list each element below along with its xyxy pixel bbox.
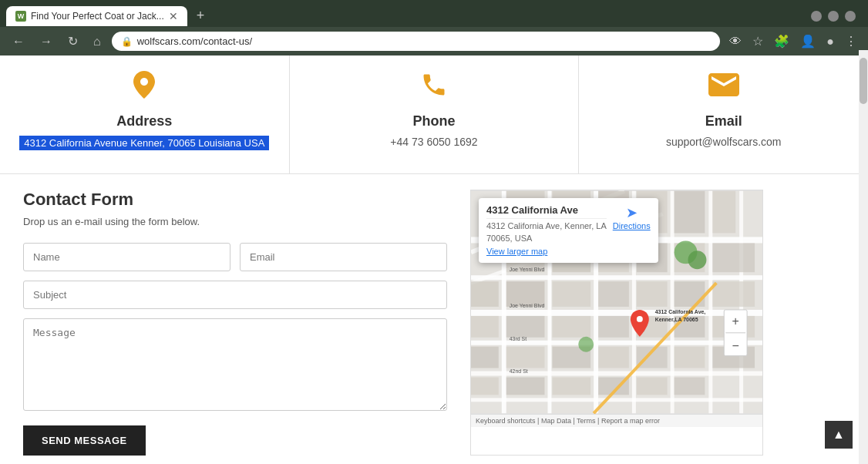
address-card-title: Address bbox=[116, 113, 172, 129]
map-display[interactable]: Joe Yenni Blvd Joe Yenni Blvd 43rd St 42… bbox=[471, 190, 762, 414]
bookmark-icon[interactable]: ☆ bbox=[749, 32, 766, 50]
form-title: Contact Form bbox=[23, 190, 447, 210]
svg-rect-32 bbox=[637, 281, 668, 307]
form-subtitle: Drop us an e-mail using the form below. bbox=[23, 216, 447, 227]
svg-rect-42 bbox=[471, 347, 499, 368]
svg-rect-37 bbox=[552, 316, 590, 338]
reload-button[interactable]: ↻ bbox=[63, 32, 82, 50]
svg-rect-12 bbox=[708, 191, 712, 413]
svg-point-57 bbox=[688, 250, 707, 269]
address-bar[interactable]: 🔒 wolfscars.com/contact-us/ bbox=[112, 32, 721, 51]
contact-section: Contact Form Drop us an e-mail using the… bbox=[0, 174, 868, 464]
svg-rect-21 bbox=[712, 191, 735, 234]
svg-text:Joe Yenni Blvd: Joe Yenni Blvd bbox=[510, 267, 545, 272]
phone-card-title: Phone bbox=[413, 113, 456, 129]
email-card-title: Email bbox=[705, 113, 742, 129]
address-card-value: 4312 California Avenue Kenner, 70065 Lou… bbox=[19, 136, 269, 150]
svg-point-58 bbox=[578, 337, 594, 352]
browser-window: W Find Your Perfect Coat or Jack... ✕ + … bbox=[0, 0, 868, 55]
svg-rect-51 bbox=[552, 377, 590, 395]
svg-rect-50 bbox=[506, 377, 545, 395]
svg-point-60 bbox=[637, 316, 643, 322]
svg-rect-11 bbox=[671, 191, 675, 413]
browser-tab[interactable]: W Find Your Perfect Coat or Jack... ✕ bbox=[6, 6, 187, 26]
svg-rect-34 bbox=[712, 281, 755, 307]
svg-text:43rd St: 43rd St bbox=[510, 336, 527, 341]
send-message-button[interactable]: SEND MESSAGE bbox=[23, 425, 146, 456]
name-email-row bbox=[23, 243, 447, 271]
scrollbar-track bbox=[859, 55, 868, 464]
maximize-button[interactable] bbox=[828, 11, 839, 22]
minimize-button[interactable] bbox=[811, 11, 822, 22]
back-to-top-button[interactable]: ▲ bbox=[825, 421, 853, 449]
svg-rect-27 bbox=[712, 243, 755, 272]
scrollbar-thumb[interactable] bbox=[860, 58, 867, 104]
map-popup-title: 4312 California Ave bbox=[486, 204, 607, 219]
window-controls bbox=[811, 11, 862, 22]
email-icon bbox=[708, 71, 739, 106]
svg-rect-6 bbox=[471, 398, 762, 402]
svg-text:−: − bbox=[732, 339, 739, 352]
contact-form-container: Contact Form Drop us an e-mail using the… bbox=[23, 190, 447, 456]
svg-rect-2 bbox=[471, 275, 762, 280]
svg-rect-31 bbox=[598, 281, 629, 307]
address-card: Address 4312 California Avenue Kenner, 7… bbox=[0, 55, 290, 173]
forward-button[interactable]: → bbox=[35, 33, 57, 50]
message-textarea[interactable] bbox=[23, 318, 447, 411]
menu-icon[interactable]: ⋮ bbox=[842, 32, 860, 50]
phone-card: Phone +44 73 6050 1692 bbox=[290, 55, 580, 173]
svg-rect-35 bbox=[471, 316, 499, 338]
directions-link[interactable]: Directions bbox=[613, 221, 651, 230]
name-input[interactable] bbox=[23, 243, 230, 271]
svg-rect-47 bbox=[675, 347, 705, 368]
phone-icon bbox=[420, 71, 448, 106]
map-popup: 4312 California Ave 4312 California Ave,… bbox=[479, 198, 658, 263]
tab-favicon: W bbox=[15, 11, 26, 22]
new-tab-button[interactable]: + bbox=[190, 5, 211, 27]
security-lock-icon: 🔒 bbox=[121, 36, 133, 47]
account-icon[interactable]: 👤 bbox=[797, 32, 819, 50]
close-button[interactable] bbox=[845, 11, 856, 22]
svg-rect-20 bbox=[675, 191, 705, 234]
contact-cards: Address 4312 California Avenue Kenner, 7… bbox=[0, 55, 868, 174]
svg-text:Kenner,LA 70065: Kenner,LA 70065 bbox=[655, 317, 698, 323]
svg-rect-36 bbox=[506, 316, 545, 338]
extensions-icon[interactable]: 🧩 bbox=[771, 32, 792, 50]
svg-rect-38 bbox=[598, 316, 629, 338]
svg-text:Joe Yenni Blvd: Joe Yenni Blvd bbox=[510, 303, 545, 308]
back-button[interactable]: ← bbox=[8, 33, 29, 50]
url-display: wolfscars.com/contact-us/ bbox=[137, 35, 712, 47]
tab-close-button[interactable]: ✕ bbox=[169, 10, 178, 22]
chevron-up-icon: ▲ bbox=[833, 428, 845, 442]
map-attribution: Keyboard shortcuts | Map Data | Terms | … bbox=[471, 414, 762, 427]
address-icon bbox=[129, 71, 160, 106]
svg-rect-28 bbox=[471, 281, 499, 307]
browser-toolbar: ← → ↻ ⌂ 🔒 wolfscars.com/contact-us/ 👁 ☆ … bbox=[0, 27, 868, 55]
map-popup-addr-line2: 70065, USA bbox=[486, 234, 607, 243]
map-popup-addr-line1: 4312 California Ave, Kenner, LA bbox=[486, 221, 607, 230]
email-input[interactable] bbox=[240, 243, 447, 271]
svg-text:4312 California Ave,: 4312 California Ave, bbox=[655, 309, 706, 315]
svg-rect-33 bbox=[675, 281, 705, 307]
toolbar-icons: 👁 ☆ 🧩 👤 ● ⋮ bbox=[726, 32, 860, 50]
svg-rect-53 bbox=[637, 377, 668, 395]
view-larger-map-link[interactable]: View larger map bbox=[486, 247, 547, 256]
eye-off-icon[interactable]: 👁 bbox=[726, 33, 745, 50]
phone-card-value: +44 73 6050 1692 bbox=[390, 136, 477, 148]
home-button[interactable]: ⌂ bbox=[89, 33, 106, 50]
tab-title: Find Your Perfect Coat or Jack... bbox=[31, 11, 164, 22]
svg-rect-45 bbox=[598, 347, 629, 368]
svg-rect-49 bbox=[471, 377, 499, 395]
svg-rect-30 bbox=[552, 281, 590, 307]
tab-bar: W Find Your Perfect Coat or Jack... ✕ + bbox=[0, 0, 868, 27]
svg-text:42nd St: 42nd St bbox=[510, 368, 528, 374]
svg-rect-3 bbox=[471, 310, 762, 316]
page-content: Address 4312 California Avenue Kenner, 7… bbox=[0, 55, 868, 464]
email-card: Email support@wolfscars.com bbox=[579, 55, 868, 173]
profile-icon[interactable]: ● bbox=[823, 33, 837, 50]
svg-rect-43 bbox=[506, 347, 545, 368]
svg-rect-54 bbox=[675, 377, 705, 395]
subject-input[interactable] bbox=[23, 281, 447, 309]
svg-text:+: + bbox=[732, 314, 739, 328]
map-container: Joe Yenni Blvd Joe Yenni Blvd 43rd St 42… bbox=[470, 190, 763, 456]
